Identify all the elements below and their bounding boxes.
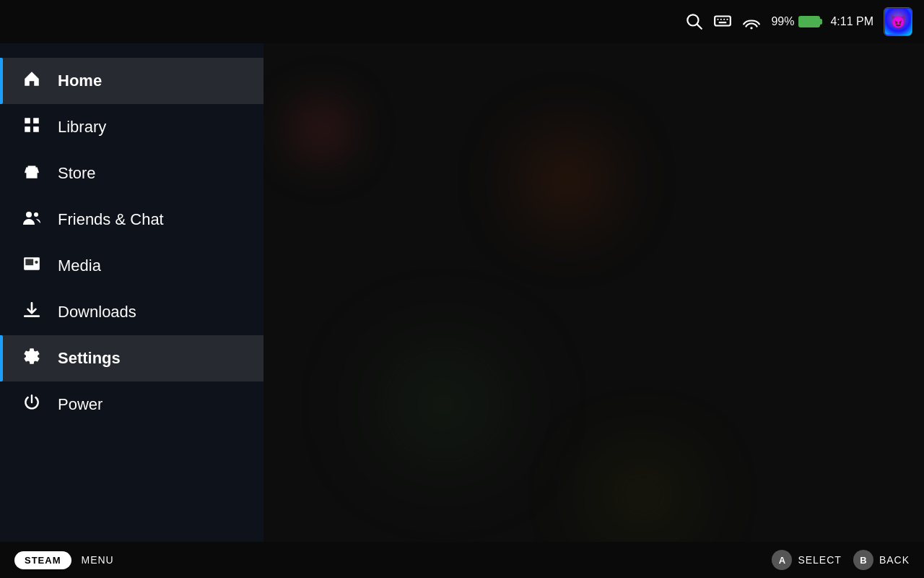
keyboard-icon[interactable] [713, 12, 732, 33]
battery-percent: 99% [771, 15, 794, 28]
top-bar: 99% 4:11 PM 😈 [0, 0, 924, 43]
select-button-group[interactable]: A SELECT [772, 550, 841, 570]
svg-rect-18 [25, 259, 33, 266]
sidebar-item-friends[interactable]: Friends & Chat [0, 197, 263, 243]
back-button-group[interactable]: B BACK [853, 550, 910, 570]
home-icon [22, 69, 42, 92]
svg-point-16 [34, 212, 38, 217]
sidebar-label-downloads: Downloads [58, 303, 136, 322]
steam-button[interactable]: STEAM [14, 551, 71, 569]
power-icon [22, 393, 42, 416]
clock: 4:11 PM [830, 15, 873, 28]
select-label: SELECT [798, 554, 841, 566]
svg-rect-11 [25, 126, 30, 132]
sidebar-item-home[interactable]: Home [0, 58, 263, 104]
svg-point-13 [29, 174, 30, 176]
battery-area: 99% [771, 15, 820, 28]
svg-rect-12 [33, 126, 39, 132]
signal-icon [742, 12, 761, 33]
sidebar-item-library[interactable]: Library [0, 104, 263, 150]
svg-rect-10 [33, 118, 39, 124]
friends-icon [22, 208, 42, 231]
svg-rect-9 [25, 118, 30, 124]
b-button: B [853, 550, 873, 570]
sidebar-label-power: Power [58, 395, 103, 414]
sidebar-item-settings[interactable]: Settings [0, 335, 263, 381]
sidebar-label-library: Library [58, 118, 106, 137]
sidebar-item-media[interactable]: Media [0, 243, 263, 289]
library-icon [22, 116, 42, 139]
settings-icon [22, 347, 42, 370]
media-icon [22, 254, 42, 277]
svg-point-15 [26, 212, 32, 217]
sidebar-item-store[interactable]: Store [0, 150, 263, 197]
search-icon[interactable] [684, 12, 703, 33]
sidebar-item-downloads[interactable]: Downloads [0, 289, 263, 335]
menu-label: MENU [82, 554, 114, 566]
downloads-icon [22, 301, 42, 324]
svg-point-19 [35, 261, 38, 264]
sidebar-label-friends: Friends & Chat [58, 210, 164, 229]
store-icon [22, 162, 42, 185]
svg-point-8 [751, 27, 753, 29]
main-background [263, 43, 924, 542]
bottom-bar: STEAM MENU A SELECT B BACK [0, 542, 924, 578]
bottom-left: STEAM MENU [14, 551, 114, 569]
svg-rect-2 [715, 16, 731, 25]
back-label: BACK [879, 554, 910, 566]
sidebar-label-media: Media [58, 256, 101, 275]
sidebar: Home Library Store Friends & Chat Media … [0, 43, 263, 542]
battery-icon [798, 16, 820, 27]
sidebar-item-power[interactable]: Power [0, 381, 263, 428]
svg-line-1 [697, 24, 702, 28]
avatar-image: 😈 [885, 9, 911, 35]
sidebar-label-settings: Settings [58, 349, 121, 368]
sidebar-label-store: Store [58, 164, 96, 183]
a-button: A [772, 550, 792, 570]
svg-point-14 [33, 174, 35, 176]
user-avatar[interactable]: 😈 [884, 7, 912, 36]
bottom-right: A SELECT B BACK [772, 550, 910, 570]
sidebar-label-home: Home [58, 72, 102, 90]
